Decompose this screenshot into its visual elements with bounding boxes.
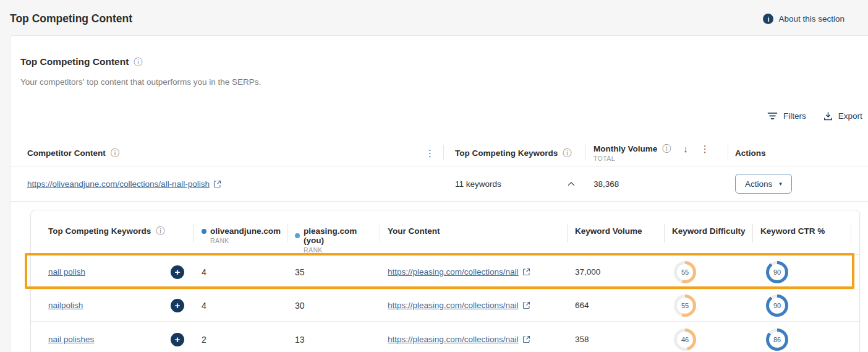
keyword-link[interactable]: nailpolish <box>48 301 83 310</box>
info-icon[interactable]: ⓘ <box>111 148 119 157</box>
collapse-chevron-icon[interactable] <box>568 182 575 186</box>
competitor-rank-value: 4 <box>202 301 206 311</box>
page-title: Top Competing Content <box>10 12 132 25</box>
ctr-gauge: 86 <box>766 328 788 351</box>
competitor-rank-value: 4 <box>202 267 206 277</box>
col-actions: Actions <box>735 148 766 158</box>
col-competitor-domain: oliveandjune.com <box>210 226 281 236</box>
col-keyword-volume: Keyword Volume <box>575 226 642 236</box>
about-this-section-link[interactable]: i About this section <box>763 14 845 24</box>
col-you-rank-sub: RANK <box>304 246 380 254</box>
section-title-row: Top Competing Content ⓘ <box>20 56 142 67</box>
keyword-link[interactable]: nail polishes <box>48 335 94 344</box>
your-rank-value: 13 <box>295 335 305 345</box>
export-button[interactable]: Export <box>823 111 862 121</box>
col-keyword: Top Competing Keywords <box>48 226 151 236</box>
keyword-row: nailpolish + 4 30 https://pleasing.com/c… <box>31 289 859 321</box>
your-content-link[interactable]: https://pleasing.com/collections/nail <box>388 335 530 344</box>
caret-down-icon: ▾ <box>779 181 782 187</box>
add-keyword-button[interactable]: + <box>171 333 184 346</box>
filters-button[interactable]: Filters <box>767 111 806 121</box>
competitor-table-header: Competitor Content ⓘ ⋮ Top Competing Key… <box>11 140 868 166</box>
difficulty-gauge: 46 <box>674 328 696 351</box>
col-monthly-volume: Monthly Volume <box>594 144 657 153</box>
col-monthly-volume-sub: TOTAL <box>594 155 710 162</box>
sort-desc-icon[interactable]: ↓ <box>683 144 688 153</box>
col-competitor-rank-sub: RANK <box>210 237 281 244</box>
competitor-rank-value: 2 <box>202 335 206 345</box>
external-link-icon <box>522 301 530 309</box>
col-keyword-ctr: Keyword CTR % <box>760 226 825 236</box>
competitor-row: https://oliveandjune.com/collections/all… <box>11 166 868 202</box>
about-this-section-label: About this section <box>778 14 845 24</box>
info-icon[interactable]: ⓘ <box>563 148 571 157</box>
info-icon[interactable]: ⓘ <box>134 58 142 66</box>
section-subtitle: Your competitors' top content that outpe… <box>20 77 261 87</box>
keywords-detail-card: Top Competing Keywords ⓘ oliveandjune.co… <box>30 210 860 352</box>
column-menu-icon[interactable]: ⋮ <box>425 148 435 158</box>
your-content-link[interactable]: https://pleasing.com/collections/nail <box>388 267 530 277</box>
keyword-volume-value: 664 <box>575 301 589 310</box>
actions-dropdown-button[interactable]: Actions ▾ <box>735 174 792 194</box>
add-keyword-button[interactable]: + <box>171 265 184 279</box>
table-toolbar: Filters Export <box>767 111 862 121</box>
external-link-icon <box>213 180 221 188</box>
external-link-icon <box>522 335 530 343</box>
keyword-row: nail polishes + 2 13 https://pleasing.co… <box>31 321 859 352</box>
difficulty-gauge: 55 <box>674 294 696 317</box>
column-menu-icon[interactable]: ⋮ <box>700 144 710 153</box>
competitor-dot <box>202 229 206 234</box>
download-icon <box>823 111 833 121</box>
keywords-table-header: Top Competing Keywords ⓘ oliveandjune.co… <box>31 210 859 255</box>
col-your-content: Your Content <box>388 226 440 236</box>
you-dot <box>295 233 300 238</box>
monthly-volume-value: 38,368 <box>594 179 619 189</box>
ctr-gauge: 90 <box>766 261 788 283</box>
your-rank-value: 30 <box>295 301 305 311</box>
your-content-link[interactable]: https://pleasing.com/collections/nail <box>388 301 530 310</box>
filter-icon <box>767 112 778 120</box>
col-competitor-content: Competitor Content <box>27 148 106 158</box>
competitor-url-link[interactable]: https://oliveandjune.com/collections/all… <box>27 179 221 189</box>
col-top-competing-keywords: Top Competing Keywords <box>455 148 558 158</box>
your-rank-value: 35 <box>295 267 305 277</box>
keywords-count: 11 keywords <box>455 179 501 189</box>
info-filled-icon: i <box>763 14 773 24</box>
difficulty-gauge: 55 <box>674 261 696 283</box>
col-keyword-difficulty: Keyword Difficulty <box>672 226 746 236</box>
keyword-link[interactable]: nail polish <box>48 267 85 277</box>
info-icon[interactable]: ⓘ <box>156 226 164 235</box>
col-you-domain: pleasing.com (you) <box>304 226 380 245</box>
add-keyword-button[interactable]: + <box>171 299 184 312</box>
section-title: Top Competing Content <box>20 56 129 67</box>
top-competing-content-card: Top Competing Content ⓘ Your competitors… <box>10 35 868 352</box>
ctr-gauge: 90 <box>766 294 788 317</box>
keyword-volume-value: 358 <box>575 335 589 344</box>
keyword-volume-value: 37,000 <box>575 267 600 277</box>
external-link-icon <box>522 268 530 276</box>
keyword-row: nail polish + 4 35 https://pleasing.com/… <box>31 255 859 289</box>
info-icon[interactable]: ⓘ <box>662 144 671 153</box>
